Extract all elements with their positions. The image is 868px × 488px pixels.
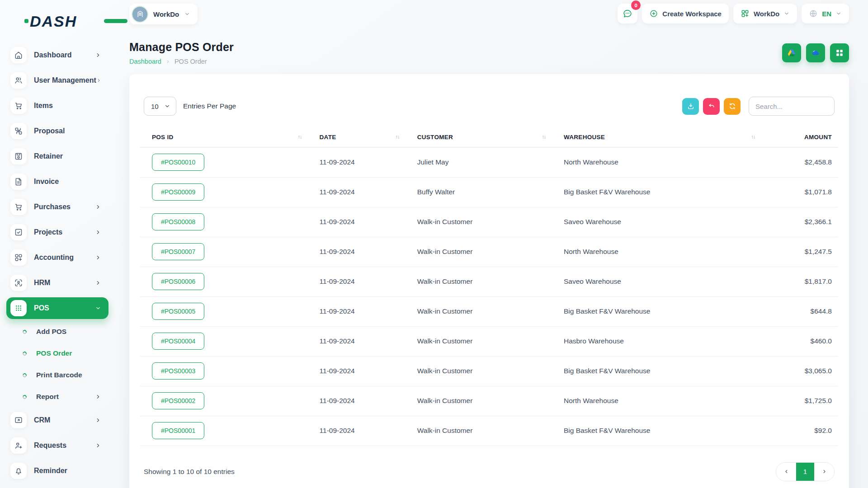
- breadcrumb-dashboard-link[interactable]: Dashboard: [129, 58, 161, 65]
- column-header-pos-id[interactable]: POS ID: [140, 128, 308, 147]
- sidebar-item-retainer[interactable]: Retainer: [6, 144, 108, 169]
- pagination-next-button[interactable]: [814, 463, 834, 481]
- cell-customer: Walk-in Customer: [406, 356, 552, 386]
- cell-customer: Juliet May: [406, 147, 552, 177]
- sidebar-item-purchases[interactable]: Purchases: [6, 194, 108, 220]
- pos-id-link[interactable]: #POS00009: [152, 183, 204, 201]
- pos-id-link[interactable]: #POS00001: [152, 422, 204, 439]
- table-body: #POS00010 11-09-2024 Juliet May North Wa…: [140, 147, 838, 446]
- app-switcher-button[interactable]: WorkDo: [733, 4, 797, 23]
- grid-icon: [835, 48, 844, 58]
- sidebar-item-icon-tile: [10, 98, 27, 114]
- main-area: WorkDo 0 Create Workspace WorkDo EN: [116, 0, 868, 488]
- sidebar-item-user-management[interactable]: User Management: [6, 68, 108, 93]
- reset-button[interactable]: [703, 98, 720, 115]
- chevron-right-icon: [95, 254, 101, 261]
- refresh-icon: [728, 102, 736, 110]
- cell-amount: $2,458.8: [761, 147, 838, 177]
- sidebar-item-label: Dashboard: [34, 51, 95, 59]
- sort-icon[interactable]: [750, 134, 757, 141]
- sidebar-item-label: Items: [34, 102, 95, 110]
- chat-icon: [622, 8, 633, 19]
- column-header-date[interactable]: DATE: [308, 128, 406, 147]
- pos-id-link[interactable]: #POS00003: [152, 362, 204, 380]
- messages-button[interactable]: 0: [618, 4, 637, 23]
- sidebar-subitem-report[interactable]: Report: [6, 386, 108, 408]
- pos-id-link[interactable]: #POS00002: [152, 392, 204, 409]
- pos-id-link[interactable]: #POS00006: [152, 273, 204, 290]
- quick-actions: [782, 43, 849, 62]
- pos-id-link[interactable]: #POS00008: [152, 213, 204, 230]
- pagination-prev-button[interactable]: [776, 463, 796, 481]
- sort-icon[interactable]: [394, 134, 401, 141]
- column-header-amount[interactable]: AMOUNT: [761, 128, 838, 147]
- pos-id-link[interactable]: #POS00005: [152, 303, 204, 320]
- plus-circle-icon: [649, 9, 658, 18]
- sidebar-item-accounting[interactable]: Accounting: [6, 245, 108, 270]
- quick-action-onedrive[interactable]: [806, 43, 825, 62]
- cell-warehouse: Big Basket F&V Warehouse: [552, 416, 761, 446]
- column-header-customer[interactable]: CUSTOMER: [406, 128, 552, 147]
- sidebar-item-label: Retainer: [34, 152, 95, 160]
- messages-badge: 0: [631, 0, 641, 10]
- pos-orders-table: POS ID DATE CUSTOMER WAREHOUSE AMOUNT #P…: [140, 128, 838, 446]
- sidebar-item-dashboard[interactable]: Dashboard: [6, 42, 108, 68]
- quick-action-google-drive[interactable]: [782, 43, 801, 62]
- cell-warehouse: Saveo Warehouse: [552, 207, 761, 237]
- create-workspace-button[interactable]: Create Workspace: [642, 4, 729, 23]
- pagination-page-1[interactable]: 1: [796, 463, 814, 481]
- sidebar-item-crm[interactable]: CRM: [6, 408, 108, 433]
- sidebar-item-invoice[interactable]: Invoice: [6, 169, 108, 194]
- sidebar-item-label: Invoice: [34, 178, 95, 186]
- breadcrumb: Dashboard POS Order: [129, 58, 234, 65]
- sidebar-item-icon-tile: [10, 463, 27, 479]
- sidebar-item-requests[interactable]: Requests: [6, 433, 108, 458]
- pos-id-link[interactable]: #POS00004: [152, 333, 204, 350]
- pos-id-link[interactable]: #POS00007: [152, 243, 204, 260]
- pos-id-link[interactable]: #POS00010: [152, 154, 204, 171]
- sidebar-item-icon-tile: [10, 275, 27, 291]
- entries-per-page-select[interactable]: 10: [144, 97, 176, 116]
- app-logo[interactable]: DASH: [30, 8, 116, 34]
- chevron-down-icon: [184, 11, 190, 17]
- table-row: #POS00009 11-09-2024 Buffy Walter Big Ba…: [140, 177, 838, 207]
- sidebar-item-proposal[interactable]: Proposal: [6, 118, 108, 144]
- accounting-icon: [14, 253, 23, 262]
- cell-amount: $644.8: [761, 296, 838, 326]
- sidebar-item-projects[interactable]: Projects: [6, 220, 108, 245]
- topbar: WorkDo 0 Create Workspace WorkDo EN: [116, 0, 868, 24]
- quick-action-apps-grid[interactable]: [830, 43, 849, 62]
- cell-date: 11-09-2024: [308, 267, 406, 296]
- sort-icon[interactable]: [541, 134, 547, 141]
- cell-customer: Walk-in Customer: [406, 386, 552, 416]
- entries-per-page-label: Entries Per Page: [183, 102, 236, 110]
- topbar-actions: 0 Create Workspace WorkDo EN: [618, 4, 849, 23]
- sidebar-item-hrm[interactable]: HRM: [6, 270, 108, 296]
- refresh-button[interactable]: [724, 98, 741, 115]
- search-input[interactable]: [749, 97, 835, 116]
- chevron-down-icon: [164, 103, 170, 109]
- language-label: EN: [822, 10, 831, 18]
- cell-date: 11-09-2024: [308, 207, 406, 237]
- sidebar-subitem-add-pos[interactable]: Add POS: [6, 321, 108, 343]
- language-selector[interactable]: EN: [802, 4, 849, 23]
- sidebar-item-pos[interactable]: POS: [6, 297, 108, 319]
- sidebar-item-items[interactable]: Items: [6, 93, 108, 118]
- sidebar-item-icon-tile: [10, 224, 27, 240]
- cell-date: 11-09-2024: [308, 386, 406, 416]
- cell-amount: $3,065.0: [761, 356, 838, 386]
- sidebar-item-reminder[interactable]: Reminder: [6, 458, 108, 483]
- sidebar-item-icon-tile: [10, 300, 27, 316]
- column-header-warehouse[interactable]: WAREHOUSE: [552, 128, 761, 147]
- cell-warehouse: Big Basket F&V Warehouse: [552, 177, 761, 207]
- sidebar-item-label: Purchases: [34, 203, 95, 211]
- retainer-icon: [14, 152, 23, 161]
- workspace-selector[interactable]: WorkDo: [129, 4, 198, 24]
- sort-icon[interactable]: [297, 134, 303, 141]
- sidebar-subitem-print-barcode[interactable]: Print Barcode: [6, 364, 108, 386]
- sidebar-subitem-pos-order[interactable]: POS Order: [6, 343, 108, 364]
- export-button[interactable]: [682, 98, 699, 115]
- column-header-label: AMOUNT: [804, 134, 832, 141]
- sidebar-item-label: POS: [34, 304, 95, 312]
- cell-date: 11-09-2024: [308, 237, 406, 267]
